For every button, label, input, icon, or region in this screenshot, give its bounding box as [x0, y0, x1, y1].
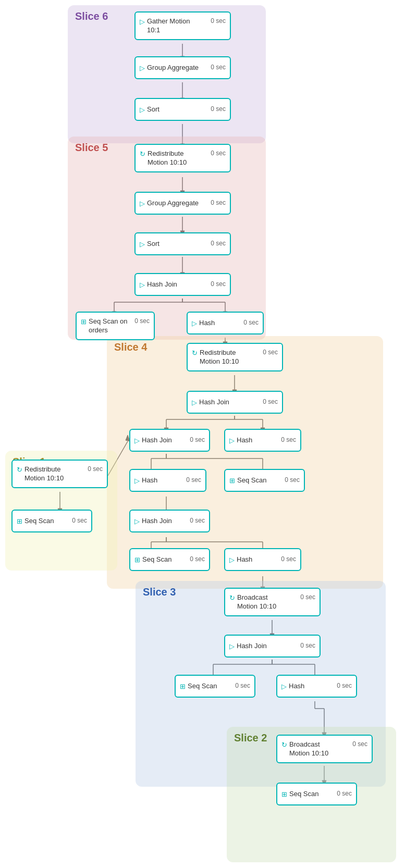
group-agg-6-time: 0 sec: [211, 64, 226, 71]
seq-scan-3-name: Seq Scan: [188, 682, 231, 691]
seq-scan-orders-icon: ⊞: [81, 318, 87, 326]
node-hash-4c[interactable]: ▷ Hash 0 sec: [224, 548, 301, 571]
hash-join-5-time: 0 sec: [211, 280, 226, 288]
node-hash-join-5[interactable]: ▷ Hash Join 0 sec: [134, 273, 231, 296]
hash-join-5-name: Hash Join: [147, 280, 206, 289]
node-seq-scan-1[interactable]: ⊞ Seq Scan 0 sec: [11, 510, 92, 532]
seq-scan-4-name: Seq Scan: [237, 476, 280, 485]
node-hash-4a[interactable]: ▷ Hash 0 sec: [224, 429, 301, 452]
hash-join-3-name: Hash Join: [237, 642, 296, 651]
hash-join-4c-time: 0 sec: [190, 517, 205, 524]
broadcast-3-icon: ↻: [229, 594, 235, 602]
node-redist-1[interactable]: ↻ RedistributeMotion 10:10 0 sec: [11, 460, 108, 488]
hash-5-icon: ▷: [192, 319, 197, 327]
sort-6-name: Sort: [147, 105, 206, 114]
group-agg-6-name: Group Aggregate: [147, 64, 206, 72]
broadcast-3-name: BroadcastMotion 10:10: [237, 593, 296, 611]
node-redist-5[interactable]: ↻ RedistributeMotion 10:10 0 sec: [134, 144, 231, 172]
redist-4-time: 0 sec: [263, 349, 278, 356]
node-sort-6[interactable]: ▷ Sort 0 sec: [134, 98, 231, 121]
node-group-agg-6[interactable]: ▷ Group Aggregate 0 sec: [134, 56, 231, 79]
hash-join-5-icon: ▷: [140, 281, 145, 289]
hash-4c-name: Hash: [237, 555, 277, 564]
sort-6-icon: ▷: [140, 106, 145, 114]
group-agg-6-icon: ▷: [140, 64, 145, 72]
seq-scan-2-icon: ⊞: [281, 790, 287, 798]
hash-join-3-icon: ▷: [229, 642, 235, 650]
seq-scan-3-time: 0 sec: [235, 682, 250, 689]
seq-scan-4b-icon: ⊞: [134, 556, 140, 564]
gather-icon: ▷: [140, 18, 145, 26]
node-hash-join-3[interactable]: ▷ Hash Join 0 sec: [224, 635, 321, 658]
node-hash-5[interactable]: ▷ Hash 0 sec: [187, 312, 264, 334]
diagram-container: Slice 6 Slice 5 Slice 4 Slice 3 Slice 2 …: [0, 0, 405, 868]
redist-1-time: 0 sec: [88, 465, 103, 473]
hash-4c-time: 0 sec: [281, 555, 296, 563]
node-broadcast-2[interactable]: ↻ BroadcastMotion 10:10 0 sec: [276, 735, 373, 763]
hash-3-name: Hash: [289, 682, 333, 691]
node-seq-scan-4[interactable]: ⊞ Seq Scan 0 sec: [224, 469, 305, 492]
hash-4a-name: Hash: [237, 436, 277, 445]
node-gather-motion[interactable]: ▷ Gather Motion10:1 0 sec: [134, 11, 231, 40]
sort-5-icon: ▷: [140, 240, 145, 248]
hash-join-4a-icon: ▷: [192, 399, 197, 406]
redist-5-icon: ↻: [140, 150, 145, 158]
hash-join-4c-icon: ▷: [134, 517, 140, 525]
redist-1-name: RedistributeMotion 10:10: [24, 465, 83, 483]
group-agg-5-name: Group Aggregate: [147, 199, 206, 208]
seq-scan-orders-time: 0 sec: [134, 317, 150, 325]
node-seq-scan-orders[interactable]: ⊞ Seq Scan onorders 0 sec: [76, 312, 155, 340]
hash-join-4a-name: Hash Join: [199, 398, 259, 407]
seq-scan-2-name: Seq Scan: [289, 790, 333, 799]
sort-6-time: 0 sec: [211, 105, 226, 113]
hash-4b-name: Hash: [142, 476, 182, 485]
hash-3-icon: ▷: [281, 683, 287, 690]
gather-motion-time: 0 sec: [211, 17, 226, 24]
hash-join-4c-name: Hash Join: [142, 517, 186, 526]
node-broadcast-3[interactable]: ↻ BroadcastMotion 10:10 0 sec: [224, 588, 321, 616]
redist-1-icon: ↻: [17, 466, 22, 474]
seq-scan-4-icon: ⊞: [229, 477, 235, 485]
hash-join-4b-icon: ▷: [134, 437, 140, 444]
group-agg-5-time: 0 sec: [211, 199, 226, 206]
hash-join-4a-time: 0 sec: [263, 398, 278, 405]
seq-scan-3-icon: ⊞: [180, 683, 186, 690]
broadcast-2-time: 0 sec: [352, 740, 367, 748]
hash-4b-icon: ▷: [134, 477, 140, 485]
seq-scan-1-name: Seq Scan: [24, 517, 68, 526]
redist-5-name: RedistributeMotion 10:10: [148, 150, 206, 167]
hash-join-4b-name: Hash Join: [142, 436, 186, 445]
broadcast-2-name: BroadcastMotion 10:10: [289, 740, 348, 758]
node-redist-4[interactable]: ↻ RedistributeMotion 10:10 0 sec: [187, 343, 283, 371]
hash-4a-time: 0 sec: [281, 436, 296, 443]
seq-scan-1-icon: ⊞: [17, 517, 22, 525]
hash-4b-time: 0 sec: [186, 476, 201, 483]
redist-4-icon: ↻: [192, 349, 198, 357]
node-hash-4b[interactable]: ▷ Hash 0 sec: [129, 469, 206, 492]
seq-scan-2-time: 0 sec: [337, 790, 352, 797]
redist-5-time: 0 sec: [211, 150, 226, 157]
broadcast-2-icon: ↻: [281, 741, 287, 749]
hash-3-time: 0 sec: [337, 682, 352, 689]
broadcast-3-time: 0 sec: [300, 593, 315, 601]
hash-4a-icon: ▷: [229, 437, 235, 444]
node-hash-3[interactable]: ▷ Hash 0 sec: [276, 675, 357, 698]
node-hash-join-4b[interactable]: ▷ Hash Join 0 sec: [129, 429, 210, 452]
hash-4c-icon: ▷: [229, 556, 235, 564]
gather-motion-name: Gather Motion10:1: [147, 17, 206, 35]
node-seq-scan-3[interactable]: ⊞ Seq Scan 0 sec: [175, 675, 255, 698]
sort-5-time: 0 sec: [211, 240, 226, 247]
node-group-agg-5[interactable]: ▷ Group Aggregate 0 sec: [134, 192, 231, 215]
hash-join-4b-time: 0 sec: [190, 436, 205, 443]
hash-5-name: Hash: [199, 319, 239, 328]
hash-join-3-time: 0 sec: [300, 642, 315, 649]
node-seq-scan-4b[interactable]: ⊞ Seq Scan 0 sec: [129, 548, 210, 571]
node-seq-scan-2[interactable]: ⊞ Seq Scan 0 sec: [276, 783, 357, 805]
seq-scan-1-time: 0 sec: [72, 517, 87, 524]
node-hash-join-4a[interactable]: ▷ Hash Join 0 sec: [187, 391, 283, 414]
node-sort-5[interactable]: ▷ Sort 0 sec: [134, 232, 231, 255]
hash-5-time: 0 sec: [243, 319, 259, 326]
group-agg-5-icon: ▷: [140, 200, 145, 207]
node-hash-join-4c[interactable]: ▷ Hash Join 0 sec: [129, 510, 210, 532]
seq-scan-orders-name: Seq Scan onorders: [89, 317, 130, 335]
